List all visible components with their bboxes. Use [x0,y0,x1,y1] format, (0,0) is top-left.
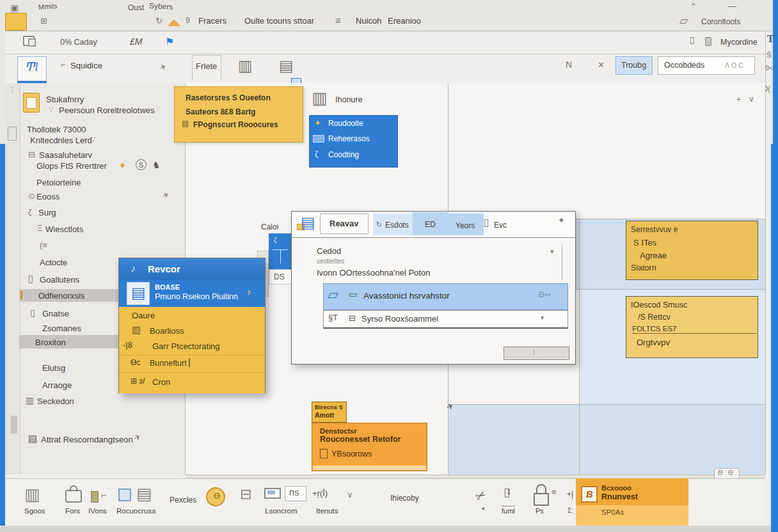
ribbon-squidice[interactable]: Squidice [70,61,102,70]
store-line2: Rnunvest [601,492,638,501]
popup-item-bunnefturt[interactable]: Bunnefturt [150,359,187,368]
new-doc-icon[interactable]: ▥ [238,57,253,75]
contacts-folder-icon[interactable]: ▱ [679,14,688,27]
popup-list-icon: ▤ [131,284,146,302]
refresh-icon[interactable]: ↻ [155,16,163,26]
tag-l1: Birecns S [315,403,343,411]
blue-menu-item-coodting[interactable]: Coodting [328,150,359,159]
popup-item-oaure[interactable]: Oaure [132,311,155,320]
popup-item-cron[interactable]: Cron [152,377,170,387]
fors-bag-handle [70,485,77,492]
note-r2-l1: IOescod Smusc [631,301,687,309]
bunnefturt-prefix-icon: Ɵc [131,358,140,367]
sidebar-item-zsomanes[interactable]: Zsomanes [42,324,81,333]
rail-box-icon [8,127,17,141]
itenuts-icon-glyph[interactable]: +ŗ(Ī) [312,489,328,498]
tag-l2: Amott [315,411,334,419]
sidebar-item-glops[interactable]: Glops FtS Rrerttrer [36,161,107,171]
s-badge-icon: S [136,159,147,170]
ds-label: DS [274,272,285,281]
plus-t-icon[interactable]: +| [567,490,573,499]
sidebar-item-wiesctlots[interactable]: Wiesctlots [45,224,83,234]
sidebar-item-saasaluhetarv[interactable]: Saasaluhetarv [39,150,92,160]
minimize-icon[interactable]: — [728,1,736,11]
rail-dots-icon: ⋮ [9,86,16,94]
ps-label: Ps [536,507,544,515]
store-panel-bottom[interactable] [576,505,688,526]
ivons-label: IVons [88,507,107,515]
phone-icon[interactable]: ▯ [690,35,695,45]
sidebar-item-thollotek[interactable]: Thollotek 73000 [27,125,86,134]
sidebar-item-parenmark[interactable]: (≡ [40,240,47,250]
canvas-collapse-icon[interactable]: ∨ [749,95,754,104]
caret-up-icon[interactable]: ⌃ [690,1,697,12]
bg-menu-fracers[interactable]: Fracers [198,16,226,26]
note-b-l2: Rouconesset Retofor [320,435,401,444]
store-b-icon: B [586,489,593,499]
sgoos-icon[interactable]: ▥ [24,485,40,505]
lsoncrom-label: Lsoncrom [265,507,298,515]
sidebar-item-seckedon[interactable]: Seckedon [37,396,74,406]
copy-docs-icon-back [28,38,36,47]
dialog-row2[interactable] [323,310,568,329]
sidebar-item-actocte[interactable]: Actocte [40,258,67,267]
sidebar-item-knltecdnles[interactable]: Knltecdnles Lerd [30,136,92,145]
yellow-bird-icon: ✦ [118,160,127,171]
titlebar-em-glyph: £M [130,36,142,47]
bg-menu-ereanioo[interactable]: Ereanioo [388,16,421,26]
popup-item-garr[interactable]: Garr Ptcectorating [152,341,220,351]
dialog-tab-evc-label[interactable]: Evc [494,221,507,230]
active-tool-glyph: Ͳl [24,59,38,74]
align-icon[interactable]: N [566,59,572,70]
dialog-field-caret-icon[interactable]: ▾ [550,247,554,256]
nine-glyph: 9 [186,16,190,25]
sidebar-item-goallutens[interactable]: Goallutens [40,275,79,285]
blue-menu-item-reheerasos[interactable]: Reheerasos [328,134,370,143]
note-b-footer [313,465,426,470]
dialog-sparkle-icon[interactable]: ✦ [558,215,565,225]
folder-icon[interactable] [5,13,27,31]
hierarchy-label: Ihiecoby [390,494,419,503]
tray-icon[interactable]: ⊟ [240,486,251,503]
bg-menu-oulte[interactable]: Oulte tcouns sttoar [244,16,314,26]
gnatse-icon: ▯ [30,308,35,318]
note-r2-l3: FOLTCS ES7 [632,325,676,332]
minus-box-icon[interactable]: ⊟ [28,150,35,159]
note-top-line2: Sauteors 8£8 Bartg [186,107,255,116]
bg-menu-nuicoh[interactable]: Nuicoh [356,16,381,26]
blue-menu-swatch-icon [313,135,324,143]
dialog-tab-yeors-label: Yeors [456,221,475,230]
row2-caret-icon[interactable]: ▾ [541,314,544,321]
sidebar-item-stukafnrry[interactable]: Stukafnrry [46,95,84,104]
itenuts-chevron-icon[interactable]: ∨ [347,490,353,499]
rocuocrusa-box-icon[interactable] [118,489,131,501]
sigma-label: Σ: [568,507,573,514]
zoom-in-icon[interactable]: Θ [728,469,733,476]
fuml-label: fuml [502,506,515,515]
sidebar-item-elutsg[interactable]: Elutsg [42,363,65,373]
popup-item-boarlioss[interactable]: Boarlioss [150,326,184,336]
titlebar-divider [5,54,771,54]
grid-icon[interactable]: ⊞ [40,16,47,26]
list-icon[interactable]: ≡ [335,15,341,26]
canvas-add-icon[interactable]: ＋ [734,93,743,105]
zoom-out-icon[interactable]: Θ [718,469,723,476]
cut-icon[interactable]: ✕ [598,60,605,70]
copy-doc-icon[interactable]: ▤ [279,57,294,75]
grid-line-v2 [579,219,580,474]
rail-slider[interactable] [11,416,17,434]
sidebar-item-arraoge[interactable]: Arraoge [42,380,72,390]
dialog-vline [562,244,562,280]
sidebar-bottom-attrat[interactable]: Attrat Rescorndangtseon [41,435,133,444]
ivons-lock-icon[interactable] [91,491,99,503]
fors-bag-icon[interactable] [65,490,82,503]
sidebar-item-peersoun[interactable]: Peersoun Roreltreolotwes [59,106,155,115]
sgoos-label: Sgoos [24,507,45,515]
blue-menu-item-roudooite[interactable]: Roudooite [328,119,363,128]
lock-body-icon[interactable] [534,493,549,506]
flag-icon[interactable]: ⚑ [165,36,174,48]
sidebar-item-petoiorteine[interactable]: Petoiorteine [36,178,81,187]
sidebar-item-eooss[interactable]: Eooss [36,192,60,201]
sidebar-item-surg[interactable]: Surg [38,208,56,217]
sidebar-item-gnatse[interactable]: Gnatse [42,309,69,318]
